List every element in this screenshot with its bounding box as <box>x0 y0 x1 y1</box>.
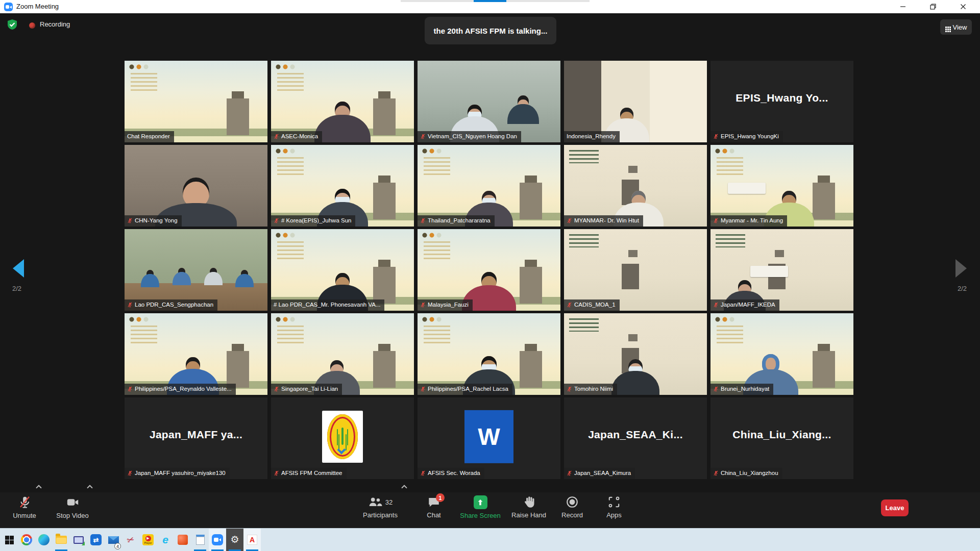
unmute-button[interactable]: Unmute <box>2 495 47 519</box>
active-speaker-toast: the 20th AFSIS FPM is talking... <box>425 17 556 44</box>
participant-tile[interactable]: Thailand_Patchararatna <box>418 145 560 227</box>
taskbar-teamviewer[interactable]: ⇄ <box>87 529 105 551</box>
zoom-app-icon <box>212 534 223 545</box>
stop-video-options-chevron[interactable] <box>87 485 92 490</box>
muted-mic-icon <box>127 218 133 223</box>
participant-tile[interactable]: CADIS_MOA_1 <box>564 229 707 311</box>
participant-tile[interactable]: Tomohiro Niimi <box>564 313 707 395</box>
participants-button[interactable]: 32 Participants <box>357 495 403 519</box>
participant-tile[interactable]: Vietnam_CIS_Nguyen Hoang Dan <box>418 61 560 142</box>
participant-tile[interactable]: # Korea(EPIS)_Juhwa Sun <box>271 145 414 227</box>
encryption-shield-icon[interactable] <box>6 18 18 31</box>
muted-mic-icon <box>420 134 426 139</box>
muted-mic-icon <box>274 134 279 139</box>
participants-count: 32 <box>385 498 393 506</box>
remote-support-icon <box>74 536 84 544</box>
taskbar-zoom[interactable] <box>209 529 226 551</box>
record-button[interactable]: Record <box>549 495 595 519</box>
participant-video <box>314 102 371 142</box>
stop-video-button[interactable]: Stop Video <box>50 495 95 519</box>
taskbar-internet-explorer[interactable]: e <box>157 529 174 551</box>
muted-mic-icon <box>567 386 572 392</box>
chat-button[interactable]: 1 Chat <box>411 495 457 519</box>
restore-button[interactable] <box>921 0 945 13</box>
taskbar-chrome[interactable] <box>18 529 35 551</box>
next-page-arrow[interactable] <box>955 259 967 278</box>
taskbar-office[interactable] <box>174 529 191 551</box>
meeting-controls-collapsed-strip[interactable] <box>401 0 590 2</box>
start-button[interactable] <box>1 529 18 551</box>
participant-tile[interactable]: Brunei_Nurhidayat <box>710 313 853 395</box>
view-button[interactable]: View <box>940 19 972 35</box>
participant-tile[interactable]: MYANMAR- Dr. Win Htut <box>564 145 707 227</box>
participant-tile[interactable]: Indonesia_Rhendy <box>564 61 707 142</box>
minimize-button[interactable] <box>891 0 915 13</box>
muted-mic-icon <box>420 386 426 392</box>
notepad-icon <box>196 535 205 545</box>
participant-display-name: China_Liu_Xiang... <box>710 397 853 472</box>
raise-hand-button[interactable]: Raise Hand <box>506 495 552 519</box>
windows-logo-icon <box>5 536 14 544</box>
taskbar-edge[interactable] <box>35 529 53 551</box>
participant-tile[interactable]: Chat Responder <box>125 61 267 142</box>
participant-tile[interactable]: # Lao PDR_CAS_Mr. Phonesavanh VA... <box>271 229 414 311</box>
taskbar-player[interactable]: ▶ Player <box>139 529 157 551</box>
participant-tile[interactable]: ASEC-Monica <box>271 61 414 142</box>
participant-tile[interactable]: Japan/MAFF_IKEDA <box>710 229 853 311</box>
muted-mic-icon <box>274 218 279 223</box>
snipping-tool-icon: ✂ <box>126 534 136 546</box>
unmute-options-chevron[interactable] <box>36 485 41 490</box>
participant-tile[interactable]: Philippines/PSA_Rachel Lacsa <box>418 313 560 395</box>
share-screen-icon <box>474 495 487 509</box>
taskbar-remote-support[interactable] <box>70 529 87 551</box>
participant-tile[interactable]: W AFSIS Sec. Worada <box>418 397 560 479</box>
close-button[interactable] <box>951 0 975 13</box>
participant-tile[interactable]: Malaysia_Fauzi <box>418 229 560 311</box>
internet-explorer-icon: e <box>162 535 168 545</box>
participant-tile[interactable]: Japan_MAFF ya... Japan_MAFF yasuhiro_miy… <box>125 397 267 479</box>
office-icon <box>178 535 188 545</box>
participant-tile[interactable]: Myanmar - Mr. Tin Aung <box>710 145 853 227</box>
virtual-background <box>125 61 267 142</box>
participant-tile[interactable]: Singapore_Tai Li-Lian <box>271 313 414 395</box>
muted-mic-icon <box>713 470 719 476</box>
participant-tile[interactable]: EPIS_Hwang Yo... EPIS_Hwang YoungKi <box>710 61 853 142</box>
participant-display-name: EPIS_Hwang Yo... <box>710 61 853 135</box>
participant-tile[interactable]: Japan_SEAA_Ki... Japan_SEAA_Kimura <box>564 397 707 479</box>
taskbar-settings[interactable]: ⚙ <box>226 529 243 551</box>
taskbar-acrobat[interactable]: A <box>243 529 261 551</box>
taskbar-snipping-tool[interactable]: ✂ <box>122 529 139 551</box>
background-card <box>750 266 788 277</box>
teamviewer-icon: ⇄ <box>90 534 102 545</box>
page-indicator-right: 2/2 <box>958 285 967 292</box>
participant-nametag: Chat Responder <box>125 131 174 142</box>
participant-tile[interactable]: Lao PDR_CAS_Sengphachan <box>125 229 267 311</box>
taskbar-file-explorer[interactable] <box>53 529 70 551</box>
window-titlebar: Zoom Meeting <box>0 0 980 13</box>
taskbar-notepad[interactable] <box>191 529 209 551</box>
apps-button[interactable]: Apps <box>591 495 637 519</box>
avatar: W <box>464 410 513 463</box>
acrobat-icon: A <box>247 535 257 545</box>
muted-mic-icon <box>567 302 572 308</box>
participants-options-chevron[interactable] <box>401 485 407 490</box>
participant-tile[interactable]: CHN-Yang Yong <box>125 145 267 227</box>
muted-mic-icon <box>567 470 572 476</box>
muted-mic-icon <box>274 386 279 392</box>
taskbar-mail[interactable]: 4 <box>105 529 122 551</box>
muted-mic-icon <box>420 218 426 223</box>
background-card <box>728 183 766 194</box>
file-explorer-icon <box>56 536 67 544</box>
chat-badge: 1 <box>436 493 445 502</box>
participant-display-name: Japan_MAFF ya... <box>125 397 267 472</box>
gallery-grid-icon <box>945 27 947 28</box>
participant-tile[interactable]: China_Liu_Xiang... China_Liu_Xiangzhou <box>710 397 853 479</box>
participant-tile[interactable]: AFSIS FPM Committee <box>271 397 414 479</box>
share-screen-button[interactable]: Share Screen <box>457 495 503 519</box>
settings-gear-icon: ⚙ <box>230 535 239 545</box>
leave-button[interactable]: Leave <box>881 499 909 516</box>
previous-page-arrow[interactable] <box>13 259 24 278</box>
participant-tile[interactable]: Philippines/PSA_Reynaldo Valleste... <box>125 313 267 395</box>
participant-display-name: Japan_SEAA_Ki... <box>564 397 707 472</box>
window-title: Zoom Meeting <box>16 3 59 10</box>
